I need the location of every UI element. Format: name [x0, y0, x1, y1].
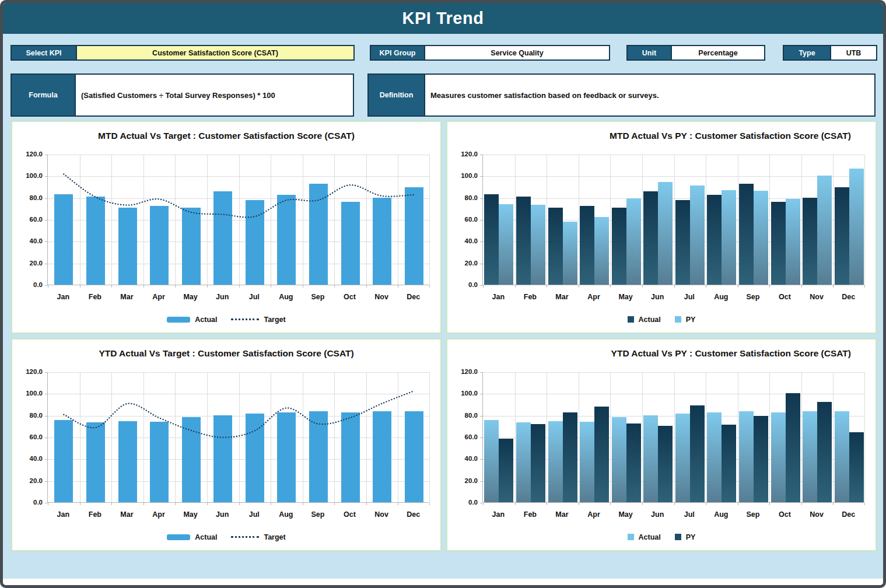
gridline	[706, 372, 706, 502]
chart-legend: ActualTarget	[12, 524, 440, 550]
kpi-group-label: KPI Group	[371, 46, 424, 60]
x-tick	[642, 285, 643, 288]
unit-value: Percentage	[671, 46, 764, 60]
title-bar: KPI Trend	[3, 3, 883, 34]
x-axis-label: Jan	[47, 293, 79, 301]
x-axis-label: Mar	[546, 293, 578, 301]
unit-label: Unit	[628, 46, 671, 60]
y-tick	[45, 242, 47, 242]
gridline	[610, 372, 611, 502]
legend-item-actual: Actual	[167, 316, 217, 324]
y-axis-label: 100.0	[12, 390, 43, 397]
bar-actual-apr	[580, 422, 594, 502]
y-axis-label: 60.0	[12, 216, 43, 223]
x-tick	[642, 503, 643, 505]
chart-title: YTD Actual Vs PY : Customer Satisfaction…	[447, 340, 876, 369]
x-axis-label: Dec	[397, 510, 429, 519]
x-tick	[366, 285, 367, 288]
bar-py-jan	[499, 439, 513, 502]
y-tick	[45, 264, 47, 264]
definition-label: Definition	[369, 75, 424, 116]
y-axis-label: 40.0	[447, 237, 478, 244]
x-axis-label: Aug	[270, 510, 302, 519]
bar-actual-jun	[643, 415, 658, 502]
gridline	[547, 372, 547, 502]
type-label: Type	[784, 46, 830, 60]
x-axis-label: May	[610, 293, 642, 301]
y-axis-label: 40.0	[447, 455, 478, 462]
y-tick	[480, 503, 482, 503]
legend-item-actual: Actual	[167, 533, 217, 541]
y-tick	[45, 416, 47, 416]
x-tick	[366, 503, 367, 505]
bar-py-oct	[786, 393, 800, 502]
y-tick	[45, 176, 47, 177]
bar-py-apr	[594, 407, 609, 502]
bar-py-oct	[786, 199, 800, 285]
controls-panel: Select KPI Customer Satisfaction Score (…	[3, 34, 883, 119]
bar-actual-apr	[580, 206, 594, 285]
bar-py-sep	[754, 191, 768, 285]
bar-py-aug	[722, 190, 736, 285]
legend-label: Actual	[195, 316, 217, 324]
bar-py-may	[626, 198, 641, 285]
x-axis-label: Mar	[546, 510, 578, 519]
x-axis-label: Jun	[206, 293, 239, 301]
y-axis-label: 40.0	[12, 455, 43, 462]
target-line	[48, 372, 429, 503]
x-tick	[48, 503, 48, 505]
bar-actual-sep	[739, 184, 754, 285]
bar-py-jun	[658, 426, 673, 502]
bar-actual-aug	[707, 412, 722, 502]
x-axis-label: Jan	[482, 293, 514, 301]
chart-title: YTD Actual Vs Target : Customer Satisfac…	[12, 340, 440, 369]
x-axis-label: Jun	[642, 510, 674, 519]
select-kpi-control: Select KPI Customer Satisfaction Score (…	[10, 45, 355, 61]
y-axis-label: 0.0	[447, 281, 478, 288]
bar-py-jan	[499, 204, 513, 285]
gridline	[579, 372, 579, 502]
legend-item-actual: Actual	[628, 316, 661, 324]
y-tick	[480, 198, 482, 199]
legend-swatch-py	[675, 534, 681, 540]
bar-actual-dec	[835, 187, 849, 285]
x-axis-label: Oct	[769, 510, 801, 519]
x-tick	[833, 285, 834, 288]
y-axis-label: 120.0	[12, 150, 43, 158]
x-axis-label: May	[174, 510, 206, 519]
gridline	[642, 372, 643, 502]
bar-actual-mar	[548, 208, 563, 285]
y-tick	[45, 394, 47, 394]
x-tick	[143, 503, 144, 505]
y-axis-label: 120.0	[12, 368, 43, 375]
gridline	[864, 155, 865, 285]
chart-plot: 0.020.040.060.080.0100.0120.0	[447, 369, 876, 506]
chart-legend: ActualPY	[447, 524, 876, 550]
gridline	[738, 155, 738, 285]
x-axis-label: Oct	[334, 510, 366, 519]
x-tick	[801, 285, 802, 288]
x-tick	[769, 285, 770, 288]
x-tick	[175, 503, 176, 505]
y-tick	[45, 481, 47, 482]
x-tick	[515, 503, 516, 505]
x-tick	[143, 285, 144, 288]
x-axis-label: Jan	[482, 510, 514, 519]
legend-swatch-target	[231, 536, 259, 538]
x-tick	[738, 285, 738, 288]
gridline	[769, 372, 770, 502]
x-axis-label: Aug	[270, 293, 302, 301]
x-tick	[398, 285, 398, 288]
x-tick	[80, 285, 80, 288]
x-tick	[207, 285, 208, 288]
y-tick	[480, 481, 482, 482]
gridline	[547, 155, 547, 285]
select-kpi-value[interactable]: Customer Satisfaction Score (CSAT)	[76, 46, 353, 60]
y-tick	[480, 155, 482, 155]
gridline	[738, 372, 738, 502]
x-labels-row: JanFebMarAprMayJunJulAugSepOctNovDec	[47, 289, 429, 301]
x-axis-label: Aug	[705, 510, 737, 519]
legend-item-actual: Actual	[628, 533, 661, 541]
x-tick	[111, 285, 112, 288]
gridline	[674, 155, 675, 285]
